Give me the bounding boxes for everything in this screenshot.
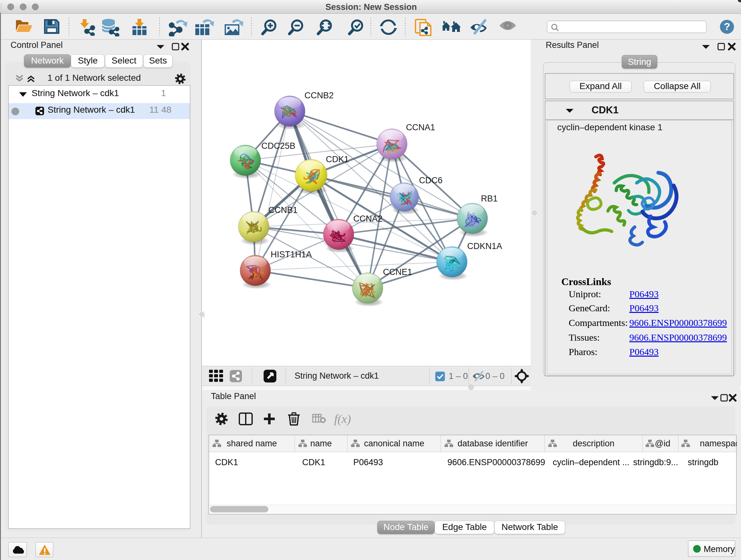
svg-text:CCNA1: CCNA1 [406, 123, 435, 132]
svg-text:RB1: RB1 [481, 194, 498, 203]
svg-text:CCNB1: CCNB1 [268, 205, 298, 215]
svg-text:CCNE1: CCNE1 [383, 267, 412, 277]
svg-text:CCNA2: CCNA2 [353, 214, 383, 224]
svg-text:CDC25B: CDC25B [261, 141, 295, 151]
svg-text:CDKN1A: CDKN1A [467, 241, 502, 251]
svg-text:?: ? [724, 21, 730, 32]
svg-text:CDC6: CDC6 [419, 176, 443, 185]
svg-text:CDK1: CDK1 [326, 154, 349, 164]
svg-text:CCNB2: CCNB2 [305, 91, 334, 100]
svg-text:HIST1H1A: HIST1H1A [271, 250, 312, 259]
